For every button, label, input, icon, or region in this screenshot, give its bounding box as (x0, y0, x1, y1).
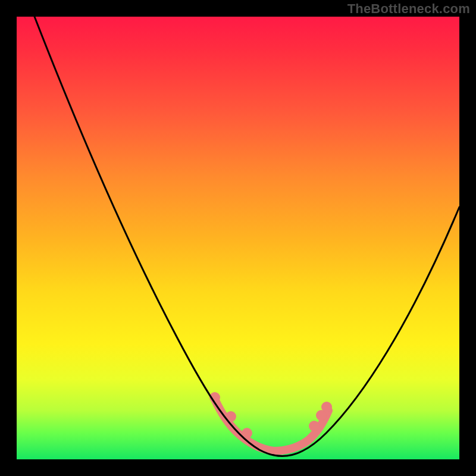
plot-area (17, 17, 459, 459)
marker-dot (321, 402, 332, 412)
marker-dot (309, 421, 320, 431)
watermark-text: TheBottleneck.com (347, 1, 470, 17)
curve-svg (17, 17, 459, 459)
bottleneck-curve (35, 17, 459, 456)
chart-frame: TheBottleneck.com (0, 0, 476, 476)
